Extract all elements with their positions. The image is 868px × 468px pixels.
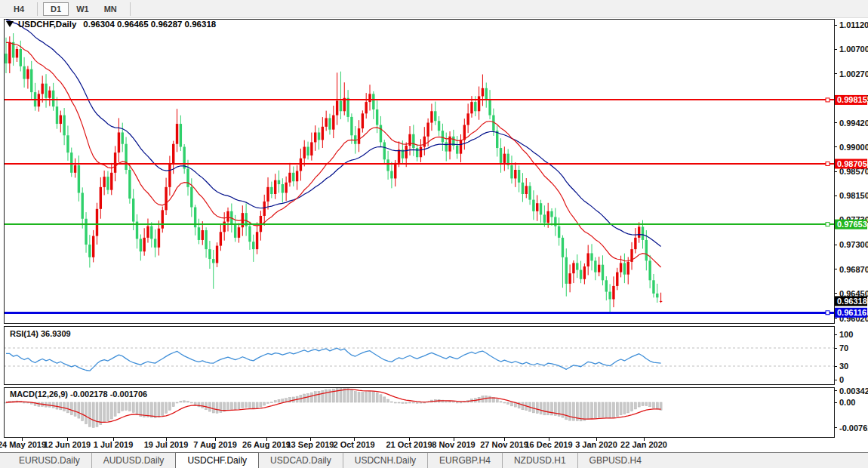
candle-body — [220, 232, 222, 245]
macd-histogram-bar — [176, 402, 178, 403]
price-tick-label: 1.00270 — [839, 69, 868, 79]
macd-histogram-bar — [118, 402, 120, 413]
macd-histogram-bar — [325, 389, 328, 402]
timeframe-button-w1[interactable]: W1 — [69, 2, 97, 16]
candle-body — [398, 149, 400, 163]
macd-histogram-bar — [652, 402, 654, 408]
timeframe-button-h4[interactable]: H4 — [6, 2, 32, 16]
macd-histogram-bar — [496, 399, 498, 402]
level-price-badge-text: 0.99815 — [837, 95, 867, 104]
macd-histogram-bar — [38, 402, 40, 406]
candle-body — [270, 187, 272, 194]
candle-body — [503, 154, 506, 163]
line-handle[interactable] — [826, 162, 830, 166]
chart-tab-eurusd-daily[interactable]: EURUSD.Daily — [8, 453, 91, 468]
candle-body — [190, 187, 192, 208]
candle-body — [648, 260, 651, 280]
line-handle[interactable] — [826, 98, 830, 102]
macd-histogram-bar — [631, 402, 633, 411]
candle-body — [223, 222, 226, 232]
candle-body — [70, 152, 72, 173]
macd-histogram-bar — [605, 402, 608, 417]
macd-histogram-bar — [350, 389, 352, 402]
candle-body — [328, 118, 331, 129]
chart-tab-nzdusd-h1[interactable]: NZDUSD.H1 — [502, 453, 577, 468]
chart-tab-usdcad-daily[interactable]: USDCAD.Daily — [259, 453, 343, 468]
macd-histogram-bar — [238, 402, 240, 409]
macd-histogram-bar — [456, 402, 458, 403]
macd-histogram-bar — [194, 402, 196, 405]
chart-tab-gbpusd-h4[interactable]: GBPUSD.H4 — [577, 453, 653, 468]
chart-tab-usdchf-daily[interactable]: USDCHF.Daily — [175, 452, 259, 468]
macd-histogram-bar — [358, 393, 360, 402]
candle-body — [205, 230, 207, 249]
macd-histogram-bar — [638, 402, 640, 407]
macd-histogram-bar — [452, 402, 454, 402]
chart-symbol-label: USDCHF,Daily — [18, 20, 76, 29]
line-handle[interactable] — [826, 223, 830, 226]
date-label: 22 Jan 2020 — [620, 440, 667, 449]
candle-body — [558, 226, 560, 238]
macd-histogram-bar — [485, 396, 488, 402]
candle-body — [365, 102, 367, 113]
candle-body — [274, 180, 276, 194]
candle-body — [616, 272, 618, 286]
candle-body — [627, 262, 629, 275]
candle-body — [125, 144, 127, 170]
macd-histogram-bar — [412, 402, 414, 403]
candle-body — [634, 238, 636, 249]
candle-body — [118, 132, 120, 152]
macd-histogram-bar — [267, 402, 269, 403]
candle-body — [110, 173, 112, 190]
macd-histogram-bar — [150, 402, 152, 417]
candle-body — [8, 42, 11, 63]
candle-body — [5, 54, 7, 63]
macd-histogram-bar — [587, 402, 589, 419]
candle-body — [198, 227, 200, 240]
line-handle[interactable] — [826, 311, 830, 315]
chart-tab-audusd-daily[interactable]: AUDUSD.Daily — [91, 453, 176, 468]
macd-histogram-bar — [616, 402, 618, 417]
macd-histogram-bar — [565, 402, 568, 420]
macd-histogram-bar — [274, 401, 276, 402]
candle-body — [580, 270, 582, 279]
candle-body — [358, 128, 360, 144]
macd-histogram-bar — [92, 402, 94, 427]
macd-histogram-bar — [263, 402, 266, 405]
macd-histogram-bar — [420, 402, 422, 403]
candle-body — [412, 134, 414, 148]
macd-histogram-bar — [343, 389, 346, 403]
candle-body — [150, 226, 152, 239]
price-tick-label: 1.01120 — [839, 20, 868, 29]
candle-body — [525, 186, 528, 194]
candle-body — [282, 184, 284, 192]
macd-histogram-bar — [234, 402, 236, 409]
candle-body — [88, 245, 91, 257]
candle-body — [208, 249, 211, 259]
candle-body — [314, 132, 316, 142]
macd-histogram-bar — [103, 402, 106, 423]
macd-histogram-bar — [612, 402, 614, 417]
macd-tick-label: 0.00 — [839, 398, 855, 407]
candle-body — [202, 230, 204, 240]
macd-histogram-bar — [172, 402, 174, 407]
macd-histogram-bar — [376, 393, 378, 402]
candle-body — [212, 259, 214, 263]
macd-histogram-bar — [398, 402, 400, 403]
candle-body — [263, 202, 266, 216]
candle-body — [660, 301, 662, 302]
macd-histogram-bar — [88, 402, 91, 426]
timeframe-button-mn[interactable]: MN — [97, 2, 125, 16]
macd-histogram-bar — [598, 402, 600, 417]
price-tick-label: 0.96870 — [839, 265, 868, 274]
chart-tab-eurgbp-h4[interactable]: EURGBP.H4 — [427, 453, 502, 468]
timeframe-button-d1[interactable]: D1 — [43, 2, 69, 16]
chart-tab-usdcnh-daily[interactable]: USDCNH.Daily — [343, 453, 427, 468]
macd-label: MACD(12,26,9) -0.002178 -0.001706 — [10, 389, 147, 399]
macd-histogram-bar — [60, 402, 62, 410]
candle-body — [438, 121, 440, 131]
macd-histogram-bar — [168, 402, 171, 410]
candle-body — [176, 124, 178, 144]
date-label: 21 Oct 2019 — [386, 440, 432, 449]
macd-histogram-bar — [583, 402, 586, 420]
